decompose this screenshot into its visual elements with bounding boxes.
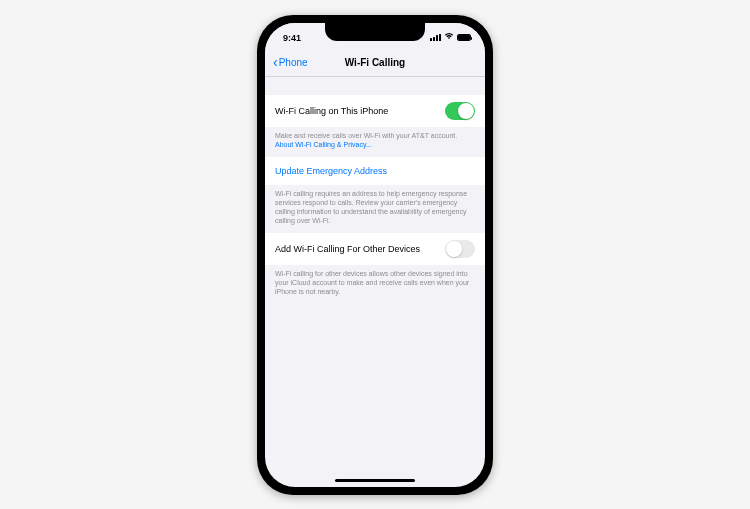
about-wifi-calling-link[interactable]: About Wi-Fi Calling & Privacy... [275, 141, 372, 148]
notch [325, 23, 425, 41]
cell-label: Wi-Fi Calling on This iPhone [275, 106, 388, 116]
cell-link-label: Update Emergency Address [275, 166, 387, 176]
wifi-calling-this-iphone-cell[interactable]: Wi-Fi Calling on This iPhone [265, 95, 485, 127]
cellular-signal-icon [430, 34, 441, 42]
status-time: 9:41 [283, 33, 301, 43]
back-button[interactable]: ‹ Phone [273, 55, 308, 69]
phone-screen: 9:41 ‹ Phone Wi-Fi Calling Wi-Fi Calling… [265, 23, 485, 487]
phone-device-frame: 9:41 ‹ Phone Wi-Fi Calling Wi-Fi Calling… [257, 15, 493, 495]
section-footer: Make and receive calls over Wi-Fi with y… [265, 127, 485, 157]
section-footer: Wi-Fi calling requires an address to hel… [265, 185, 485, 233]
home-indicator[interactable] [335, 479, 415, 482]
battery-icon [457, 34, 471, 41]
status-right [430, 33, 471, 43]
other-devices-toggle[interactable] [445, 240, 475, 258]
update-emergency-address-cell[interactable]: Update Emergency Address [265, 157, 485, 185]
settings-content[interactable]: Wi-Fi Calling on This iPhone Make and re… [265, 77, 485, 487]
wifi-calling-toggle[interactable] [445, 102, 475, 120]
chevron-left-icon: ‹ [273, 55, 278, 69]
wifi-icon [444, 32, 454, 42]
back-label: Phone [279, 57, 308, 68]
navigation-bar: ‹ Phone Wi-Fi Calling [265, 49, 485, 77]
cell-label: Add Wi-Fi Calling For Other Devices [275, 244, 420, 254]
footer-text: Make and receive calls over Wi-Fi with y… [275, 132, 457, 139]
wifi-calling-other-devices-cell[interactable]: Add Wi-Fi Calling For Other Devices [265, 233, 485, 265]
section-footer: Wi-Fi calling for other devices allows o… [265, 265, 485, 304]
